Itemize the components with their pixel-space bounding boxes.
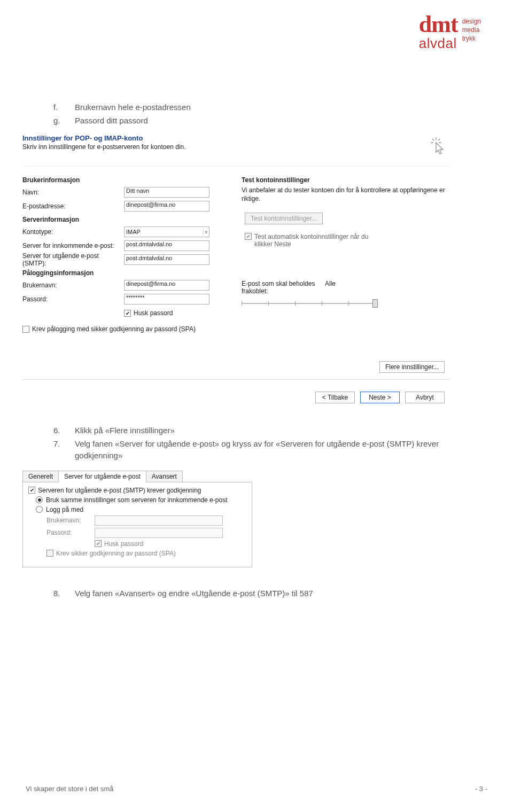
footer-tagline: Vi skaper det store i det små (26, 785, 114, 793)
smtp-user-label: Brukernavn: (46, 517, 95, 524)
step-g-marker: g. (53, 115, 64, 127)
outgoing-label: Server for utgående e-post (SMTP): (22, 252, 124, 267)
login-heading: Påloggingsinformasjon (22, 269, 231, 277)
smtp-auth-label: Serveren for utgående e-post (SMTP) krev… (38, 487, 201, 494)
spa-label: Krev pålogging med sikker godkjenning av… (32, 325, 196, 333)
same-settings-label: Bruk samme innstillinger som serveren fo… (46, 496, 227, 504)
chevron-down-icon: v (203, 229, 208, 235)
step-7-marker: 7. (53, 438, 64, 462)
pass-label: Passord: (22, 295, 124, 303)
spa-checkbox[interactable] (22, 326, 29, 333)
account-settings-dialog: Innstillinger for POP- og IMAP-konto Skr… (22, 134, 450, 380)
back-button[interactable]: < Tilbake (315, 392, 355, 403)
next-button[interactable]: Neste > (360, 392, 400, 403)
accttype-select[interactable]: IMAPv (124, 227, 209, 237)
email-input[interactable]: dinepost@firma.no (124, 201, 209, 212)
dialog-title: Innstillinger for POP- og IMAP-konto (22, 134, 450, 142)
tab-general[interactable]: Generelt (22, 471, 59, 482)
test-description: Vi anbefaler at du tester kontoen din fo… (242, 186, 450, 203)
test-heading: Test kontoinnstillinger (242, 176, 450, 184)
tab-advanced[interactable]: Avansert (146, 471, 183, 482)
step-6-marker: 6. (53, 425, 64, 437)
auto-test-checkbox[interactable] (245, 233, 252, 240)
step-f-text: Brukernavn hele e-postadressen (75, 102, 481, 114)
user-label: Brukernavn: (22, 282, 124, 289)
tab-outgoing-server[interactable]: Server for utgående e-post (58, 471, 146, 482)
auto-test-label: Test automatisk kontoinnstillinger når d… (254, 233, 377, 248)
keep-offline-label: E-post som skal beholdes frakoblet: (242, 280, 322, 295)
userinfo-heading: Brukerinformasjon (22, 176, 231, 184)
step-g-text: Passord ditt passord (75, 115, 481, 127)
name-input[interactable]: Ditt navn (124, 187, 209, 198)
logo: dmt alvdal design media trykk (419, 14, 481, 50)
same-settings-radio[interactable] (36, 496, 43, 503)
keep-offline-slider[interactable] (242, 298, 375, 309)
slider-thumb[interactable] (372, 299, 378, 308)
smtp-spa-checkbox[interactable] (46, 550, 53, 557)
svg-line-4 (438, 139, 440, 140)
outgoing-input[interactable]: post.dmtalvdal.no (124, 254, 209, 265)
login-with-radio[interactable] (36, 506, 43, 513)
smtp-remember-label: Husk passord (104, 540, 143, 548)
logo-main-text: dmt (419, 14, 458, 35)
remember-label: Husk passord (134, 309, 173, 317)
outgoing-server-dialog: Generelt Server for utgående e-post Avan… (22, 471, 252, 567)
step-6-text: Klikk på «Flere innstillinger» (75, 425, 481, 437)
step-8-text: Velg fanen «Avansert» og endre «Utgående… (75, 589, 481, 598)
test-settings-button[interactable]: Test kontoinnstillinger... (245, 213, 323, 224)
more-settings-button[interactable]: Flere innstillinger... (379, 361, 445, 373)
pass-input[interactable]: ******** (124, 294, 209, 304)
cursor-click-icon (429, 136, 447, 157)
remember-checkbox[interactable] (124, 310, 131, 317)
dialog-subtitle: Skriv inn innstillingene for e-postserve… (22, 143, 450, 151)
smtp-user-input[interactable] (95, 516, 223, 526)
page-number: - 3 - (475, 785, 487, 793)
smtp-spa-label: Krev sikker godkjenning av passord (SPA) (56, 550, 176, 557)
email-label: E-postadresse: (22, 202, 124, 210)
incoming-label: Server for innkommende e-post: (22, 242, 124, 249)
accttype-label: Kontotype: (22, 228, 124, 236)
logo-sub-text: alvdal (419, 36, 457, 50)
cancel-button[interactable]: Avbryt (405, 392, 445, 403)
login-with-label: Logg på med (46, 506, 83, 513)
step-8-marker: 8. (53, 589, 64, 598)
smtp-auth-checkbox[interactable] (28, 487, 35, 494)
keep-offline-value: Alle (325, 280, 336, 295)
logo-tagline: design media trykk (462, 17, 481, 43)
step-f-marker: f. (53, 102, 64, 114)
step-7-text: Velg fanen «Server for utgående e-post» … (75, 438, 481, 462)
smtp-pass-input[interactable] (95, 528, 223, 538)
serverinfo-heading: Serverinformasjon (22, 216, 231, 223)
name-label: Navn: (22, 189, 124, 196)
user-input[interactable]: dinepost@firma.no (124, 280, 209, 291)
incoming-input[interactable]: post.dmtalvdal.no (124, 240, 209, 251)
smtp-remember-checkbox[interactable] (95, 540, 102, 547)
svg-line-3 (432, 139, 434, 140)
smtp-pass-label: Passord: (46, 529, 95, 536)
